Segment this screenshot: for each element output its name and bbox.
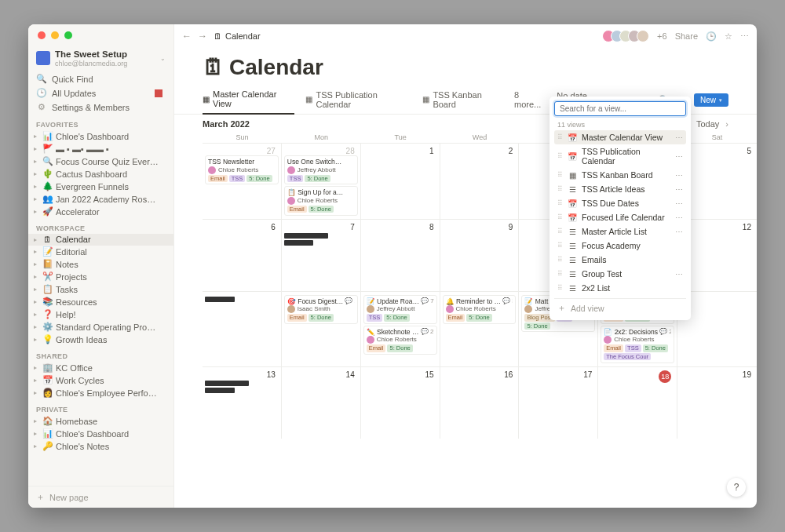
view-option-group-test[interactable]: ⠿☰Group Test⋯: [554, 267, 686, 281]
sidebar-item-evergreen-funnels[interactable]: ▸🌲Evergreen Funnels: [28, 180, 173, 193]
favorite-icon[interactable]: ☆: [725, 31, 732, 42]
sidebar-item-chloe-s-employee-perfo-[interactable]: ▸👩Chloe's Employee Perfo…: [28, 387, 173, 399]
drag-handle-icon[interactable]: ⠿: [557, 213, 563, 221]
view-option-tss-kanban-board[interactable]: ⠿▦TSS Kanban Board⋯: [554, 168, 686, 182]
drag-handle-icon[interactable]: ⠿: [557, 284, 563, 292]
today-button[interactable]: Today: [696, 119, 719, 129]
calendar-cell[interactable]: 8: [361, 219, 440, 291]
view-option-emails[interactable]: ⠿☰Emails: [554, 253, 686, 267]
calendar-event[interactable]: Use One Switch… Jeffrey Abbott TSS5: Don…: [284, 155, 358, 184]
sidebar-item-chloe-s-dashboard[interactable]: ▸📊Chloe's Dashboard: [28, 130, 173, 143]
view-tab-master-calendar-view[interactable]: ▦Master Calendar View: [203, 86, 294, 115]
calendar-cell[interactable]: 14: [282, 366, 361, 439]
view-option-focus-academy[interactable]: ⠿☰Focus Academy: [554, 239, 686, 253]
calendar-event[interactable]: TSS Newsletter Chloe Roberts EmailTSS5: …: [205, 155, 279, 184]
view-option-tss-publication-calendar[interactable]: ⠿📅TSS Publication Calendar⋯: [554, 144, 686, 168]
sidebar-item-notes[interactable]: ▸📔Notes: [28, 258, 173, 271]
sidebar-item-editorial[interactable]: ▸📝Editorial: [28, 246, 173, 258]
drag-handle-icon[interactable]: ⠿: [557, 228, 563, 235]
calendar-cell[interactable]: 9: [440, 219, 520, 291]
add-view-button[interactable]: ＋ Add view: [554, 298, 686, 315]
drag-handle-icon[interactable]: ⠿: [557, 133, 563, 141]
calendar-cell[interactable]: 🎯 Focus Digest…💬 2 Isaac Smith Email5: D…: [282, 291, 361, 366]
calendar-event[interactable]: 📄 2x2: Decisions💬 2 Chloe Roberts EmailT…: [601, 326, 674, 363]
drag-handle-icon[interactable]: ⠿: [557, 185, 563, 193]
sidebar-item-help-[interactable]: ▸❓Help!: [28, 308, 173, 321]
sidebar-item-work-cycles[interactable]: ▸📅Work Cycles: [28, 374, 173, 387]
sidebar-item-chloe-s-notes[interactable]: ▸🔑Chloe's Notes: [28, 440, 173, 453]
sidebar-item-kc-office[interactable]: ▸🏢KC Office: [28, 362, 173, 374]
drag-handle-icon[interactable]: ⠿: [557, 256, 563, 264]
share-button[interactable]: Share: [675, 31, 698, 41]
sidebar-item-homebase[interactable]: ▸🏠Homebase: [28, 415, 173, 428]
view-search-input[interactable]: [554, 101, 686, 116]
sidebar-item-focus-course-quiz-ever-[interactable]: ▸🔍Focus Course Quiz Ever…: [28, 155, 173, 168]
member-avatars[interactable]: [602, 30, 649, 42]
sidebar-quick-find[interactable]: 🔍Quick Find: [28, 72, 173, 86]
drag-handle-icon[interactable]: ⠿: [557, 152, 563, 160]
calendar-cell[interactable]: 📝 Update Roa…💬 7 Jeffrey Abbott TSS5: Do…: [361, 291, 440, 366]
minimize-window[interactable]: [51, 31, 59, 39]
view-option-master-article-list[interactable]: ⠿☰Master Article List⋯: [554, 224, 686, 239]
calendar-cell[interactable]: [203, 291, 282, 366]
drag-handle-icon[interactable]: ⠿: [557, 242, 563, 250]
calendar-cell[interactable]: 19: [677, 366, 757, 439]
calendar-event[interactable]: ✏️ Sketchnote …💬 2 Chloe Roberts Email5:…: [363, 326, 437, 355]
calendar-cell[interactable]: 17: [519, 366, 598, 439]
view-option-tss-due-dates[interactable]: ⠿📅TSS Due Dates⋯: [554, 196, 686, 210]
calendar-event[interactable]: 📝 Update Roa…💬 7 Jeffrey Abbott TSS5: Do…: [363, 295, 437, 324]
new-page-button[interactable]: ＋ New page: [28, 486, 173, 508]
sidebar-item-jan-academy-ros-[interactable]: ▸👥Jan 2022 Academy Ros…: [28, 193, 173, 206]
next-month-icon[interactable]: ›: [725, 119, 728, 129]
more-icon[interactable]: ⋯: [675, 270, 683, 279]
calendar-cell[interactable]: 2: [440, 143, 520, 219]
updates-icon[interactable]: 🕒: [706, 31, 717, 42]
maximize-window[interactable]: [64, 31, 72, 39]
calendar-event[interactable]: 🎯 Focus Digest…💬 2 Isaac Smith Email5: D…: [284, 295, 358, 324]
drag-handle-icon[interactable]: ⠿: [557, 199, 563, 207]
more-icon[interactable]: ⋯: [675, 152, 683, 161]
calendar-cell[interactable]: 15: [361, 366, 440, 439]
more-members[interactable]: +6: [657, 31, 667, 41]
view-option-2x2-list[interactable]: ⠿☰2x2 List: [554, 281, 686, 295]
sidebar-item-calendar[interactable]: ▸🗓Calendar: [28, 234, 173, 246]
sidebar-item-cactus-dashboard[interactable]: ▸🌵Cactus Dashboard: [28, 168, 173, 180]
view-option-master-calendar-view[interactable]: ⠿📅Master Calendar View⋯: [554, 130, 686, 144]
close-window[interactable]: [38, 31, 46, 39]
more-icon[interactable]: ⋯: [675, 199, 683, 208]
drag-handle-icon[interactable]: ⠿: [557, 171, 563, 179]
calendar-cell[interactable]: 16: [440, 366, 520, 439]
workspace-switcher[interactable]: The Sweet Setup chloe@blancmedia.org ⌄: [28, 46, 173, 72]
calendar-event[interactable]: 📋 Sign Up for a… Chloe Roberts Email5: D…: [284, 186, 358, 215]
sidebar-item-accelerator[interactable]: ▸🚀Accelerator: [28, 206, 173, 218]
back-icon[interactable]: ←: [182, 31, 192, 42]
more-views[interactable]: 8 more...: [514, 87, 547, 114]
calendar-cell[interactable]: 13: [203, 366, 282, 439]
view-tab-tss-kanban-board[interactable]: ▦TSS Kanban Board: [422, 86, 505, 114]
more-icon[interactable]: ⋯: [675, 185, 683, 194]
sidebar-item-resources[interactable]: ▸📚Resources: [28, 296, 173, 308]
view-option-focused-life-calendar[interactable]: ⠿📅Focused Life Calendar⋯: [554, 210, 686, 224]
sidebar-item--[interactable]: ▸🚩▬ ▪ ▬▪ ▬▬ ▪: [28, 143, 173, 155]
sidebar-all-updates[interactable]: 🕒All Updates: [28, 86, 173, 100]
more-icon[interactable]: ⋯: [675, 171, 683, 180]
help-button[interactable]: ?: [727, 478, 746, 497]
calendar-cell[interactable]: 6: [203, 219, 282, 291]
more-icon[interactable]: ⋯: [675, 213, 683, 222]
calendar-cell[interactable]: 🔔 Reminder to …💬 3 Chloe Roberts Email5:…: [440, 291, 520, 366]
calendar-cell[interactable]: 27 TSS Newsletter Chloe Roberts EmailTSS…: [203, 143, 282, 219]
drag-handle-icon[interactable]: ⠿: [557, 270, 563, 278]
new-button[interactable]: New▾: [694, 93, 728, 107]
sidebar-item-projects[interactable]: ▸✂️Projects: [28, 271, 173, 283]
calendar-cell[interactable]: 18: [598, 366, 677, 439]
calendar-cell[interactable]: 1: [361, 143, 440, 219]
calendar-cell[interactable]: 28 Use One Switch… Jeffrey Abbott TSS5: …: [282, 143, 361, 219]
more-icon[interactable]: ⋯: [675, 133, 683, 142]
breadcrumb[interactable]: 🗓 Calendar: [214, 31, 261, 41]
view-tab-tss-publication-calendar[interactable]: ▦TSS Publication Calendar: [305, 86, 411, 114]
more-icon[interactable]: ⋯: [740, 31, 749, 42]
sidebar-item-growth-ideas[interactable]: ▸💡Growth Ideas: [28, 333, 173, 346]
sidebar-item-standard-operating-pro-[interactable]: ▸⚙️Standard Operating Pro…: [28, 321, 173, 333]
sidebar-item-tasks[interactable]: ▸📋Tasks: [28, 283, 173, 296]
more-icon[interactable]: ⋯: [675, 228, 683, 236]
